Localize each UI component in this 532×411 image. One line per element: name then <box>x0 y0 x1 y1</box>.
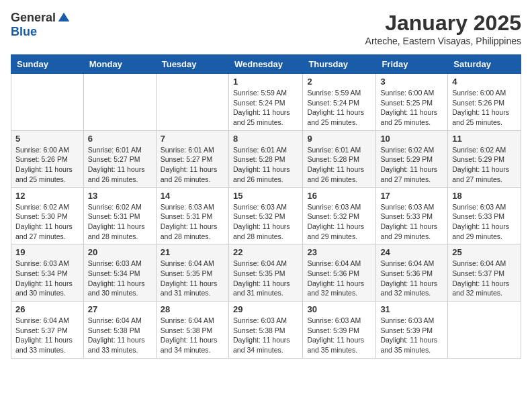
day-number: 15 <box>233 191 298 201</box>
day-number: 29 <box>233 304 298 314</box>
day-info: Sunrise: 6:04 AM Sunset: 5:36 PM Dayligh… <box>380 259 443 298</box>
table-row: 23Sunrise: 6:04 AM Sunset: 5:36 PM Dayli… <box>303 244 376 302</box>
table-row: 27Sunrise: 6:04 AM Sunset: 5:38 PM Dayli… <box>83 302 156 359</box>
day-info: Sunrise: 5:59 AM Sunset: 5:24 PM Dayligh… <box>307 88 371 128</box>
page-header: General Blue January 2025 Arteche, Easte… <box>11 11 521 46</box>
day-number: 7 <box>161 134 224 144</box>
day-number: 3 <box>380 77 443 87</box>
table-row: 9Sunrise: 6:01 AM Sunset: 5:28 PM Daylig… <box>303 130 376 187</box>
day-info: Sunrise: 6:01 AM Sunset: 5:27 PM Dayligh… <box>88 145 152 185</box>
table-row: 16Sunrise: 6:03 AM Sunset: 5:32 PM Dayli… <box>303 187 376 244</box>
day-info: Sunrise: 6:04 AM Sunset: 5:38 PM Dayligh… <box>161 316 224 355</box>
day-info: Sunrise: 6:03 AM Sunset: 5:39 PM Dayligh… <box>307 316 371 355</box>
day-info: Sunrise: 6:00 AM Sunset: 5:26 PM Dayligh… <box>15 145 79 185</box>
day-info: Sunrise: 6:03 AM Sunset: 5:32 PM Dayligh… <box>307 202 371 242</box>
table-row: 28Sunrise: 6:04 AM Sunset: 5:38 PM Dayli… <box>156 302 228 359</box>
calendar-week-row: 1Sunrise: 5:59 AM Sunset: 5:24 PM Daylig… <box>11 74 521 131</box>
col-tuesday: Tuesday <box>156 55 228 74</box>
day-info: Sunrise: 6:04 AM Sunset: 5:37 PM Dayligh… <box>15 316 79 355</box>
table-row: 29Sunrise: 6:03 AM Sunset: 5:38 PM Dayli… <box>228 302 302 359</box>
title-area: January 2025 Arteche, Eastern Visayas, P… <box>365 11 521 46</box>
day-info: Sunrise: 6:02 AM Sunset: 5:30 PM Dayligh… <box>15 202 79 242</box>
day-info: Sunrise: 6:00 AM Sunset: 5:25 PM Dayligh… <box>380 88 443 128</box>
table-row: 30Sunrise: 6:03 AM Sunset: 5:39 PM Dayli… <box>303 302 376 359</box>
day-info: Sunrise: 6:04 AM Sunset: 5:35 PM Dayligh… <box>161 259 224 298</box>
col-saturday: Saturday <box>448 55 521 74</box>
day-info: Sunrise: 6:04 AM Sunset: 5:35 PM Dayligh… <box>233 259 298 298</box>
calendar-table: Sunday Monday Tuesday Wednesday Thursday… <box>11 54 521 359</box>
month-title: January 2025 <box>365 11 521 36</box>
table-row <box>11 74 84 131</box>
day-number: 24 <box>380 247 443 257</box>
table-row: 6Sunrise: 6:01 AM Sunset: 5:27 PM Daylig… <box>83 130 156 187</box>
day-number: 10 <box>380 134 443 144</box>
calendar-week-row: 26Sunrise: 6:04 AM Sunset: 5:37 PM Dayli… <box>11 302 521 359</box>
day-number: 9 <box>307 134 371 144</box>
table-row: 12Sunrise: 6:02 AM Sunset: 5:30 PM Dayli… <box>11 187 84 244</box>
table-row: 2Sunrise: 5:59 AM Sunset: 5:24 PM Daylig… <box>303 74 376 131</box>
day-number: 13 <box>88 191 152 201</box>
day-number: 11 <box>452 134 517 144</box>
day-info: Sunrise: 6:03 AM Sunset: 5:39 PM Dayligh… <box>380 316 443 355</box>
day-info: Sunrise: 6:03 AM Sunset: 5:32 PM Dayligh… <box>233 202 298 242</box>
table-row: 1Sunrise: 5:59 AM Sunset: 5:24 PM Daylig… <box>228 74 302 131</box>
table-row: 13Sunrise: 6:02 AM Sunset: 5:31 PM Dayli… <box>83 187 156 244</box>
day-number: 25 <box>452 247 517 257</box>
day-number: 17 <box>380 191 443 201</box>
day-number: 28 <box>161 304 224 314</box>
day-number: 12 <box>15 191 79 201</box>
day-number: 26 <box>15 304 79 314</box>
calendar-header-row: Sunday Monday Tuesday Wednesday Thursday… <box>11 55 521 74</box>
day-info: Sunrise: 6:04 AM Sunset: 5:36 PM Dayligh… <box>307 259 371 298</box>
col-wednesday: Wednesday <box>228 55 302 74</box>
table-row: 31Sunrise: 6:03 AM Sunset: 5:39 PM Dayli… <box>376 302 448 359</box>
table-row: 26Sunrise: 6:04 AM Sunset: 5:37 PM Dayli… <box>11 302 84 359</box>
table-row: 21Sunrise: 6:04 AM Sunset: 5:35 PM Dayli… <box>156 244 228 302</box>
table-row: 14Sunrise: 6:03 AM Sunset: 5:31 PM Dayli… <box>156 187 228 244</box>
day-info: Sunrise: 6:03 AM Sunset: 5:34 PM Dayligh… <box>88 259 152 298</box>
day-number: 27 <box>88 304 152 314</box>
logo: General Blue <box>11 11 71 39</box>
logo-general: General <box>11 11 56 25</box>
day-number: 5 <box>15 134 79 144</box>
day-info: Sunrise: 6:03 AM Sunset: 5:34 PM Dayligh… <box>15 259 79 298</box>
day-info: Sunrise: 6:03 AM Sunset: 5:33 PM Dayligh… <box>452 202 517 242</box>
table-row: 7Sunrise: 6:01 AM Sunset: 5:27 PM Daylig… <box>156 130 228 187</box>
day-info: Sunrise: 6:01 AM Sunset: 5:28 PM Dayligh… <box>233 145 298 185</box>
table-row: 11Sunrise: 6:02 AM Sunset: 5:29 PM Dayli… <box>448 130 521 187</box>
day-info: Sunrise: 6:00 AM Sunset: 5:26 PM Dayligh… <box>452 88 517 128</box>
calendar-week-row: 12Sunrise: 6:02 AM Sunset: 5:30 PM Dayli… <box>11 187 521 244</box>
table-row: 18Sunrise: 6:03 AM Sunset: 5:33 PM Dayli… <box>448 187 521 244</box>
day-info: Sunrise: 6:01 AM Sunset: 5:28 PM Dayligh… <box>307 145 371 185</box>
day-number: 18 <box>452 191 517 201</box>
day-number: 1 <box>233 77 298 87</box>
day-number: 22 <box>233 247 298 257</box>
day-number: 31 <box>380 304 443 314</box>
table-row: 20Sunrise: 6:03 AM Sunset: 5:34 PM Dayli… <box>83 244 156 302</box>
col-thursday: Thursday <box>303 55 376 74</box>
col-sunday: Sunday <box>11 55 84 74</box>
day-number: 6 <box>88 134 152 144</box>
day-number: 21 <box>161 247 224 257</box>
table-row <box>156 74 228 131</box>
day-number: 19 <box>15 247 79 257</box>
table-row: 25Sunrise: 6:04 AM Sunset: 5:37 PM Dayli… <box>448 244 521 302</box>
day-info: Sunrise: 6:02 AM Sunset: 5:31 PM Dayligh… <box>88 202 152 242</box>
col-monday: Monday <box>83 55 156 74</box>
day-number: 14 <box>161 191 224 201</box>
day-info: Sunrise: 6:04 AM Sunset: 5:38 PM Dayligh… <box>88 316 152 355</box>
logo-blue: Blue <box>11 25 37 39</box>
day-number: 20 <box>88 247 152 257</box>
location-subtitle: Arteche, Eastern Visayas, Philippines <box>365 36 521 46</box>
logo-icon <box>57 11 71 25</box>
day-info: Sunrise: 5:59 AM Sunset: 5:24 PM Dayligh… <box>233 88 298 128</box>
day-info: Sunrise: 6:03 AM Sunset: 5:38 PM Dayligh… <box>233 316 298 355</box>
table-row: 10Sunrise: 6:02 AM Sunset: 5:29 PM Dayli… <box>376 130 448 187</box>
day-number: 23 <box>307 247 371 257</box>
table-row: 3Sunrise: 6:00 AM Sunset: 5:25 PM Daylig… <box>376 74 448 131</box>
table-row: 5Sunrise: 6:00 AM Sunset: 5:26 PM Daylig… <box>11 130 84 187</box>
day-number: 2 <box>307 77 371 87</box>
day-info: Sunrise: 6:03 AM Sunset: 5:33 PM Dayligh… <box>380 202 443 242</box>
table-row: 24Sunrise: 6:04 AM Sunset: 5:36 PM Dayli… <box>376 244 448 302</box>
day-info: Sunrise: 6:02 AM Sunset: 5:29 PM Dayligh… <box>452 145 517 185</box>
